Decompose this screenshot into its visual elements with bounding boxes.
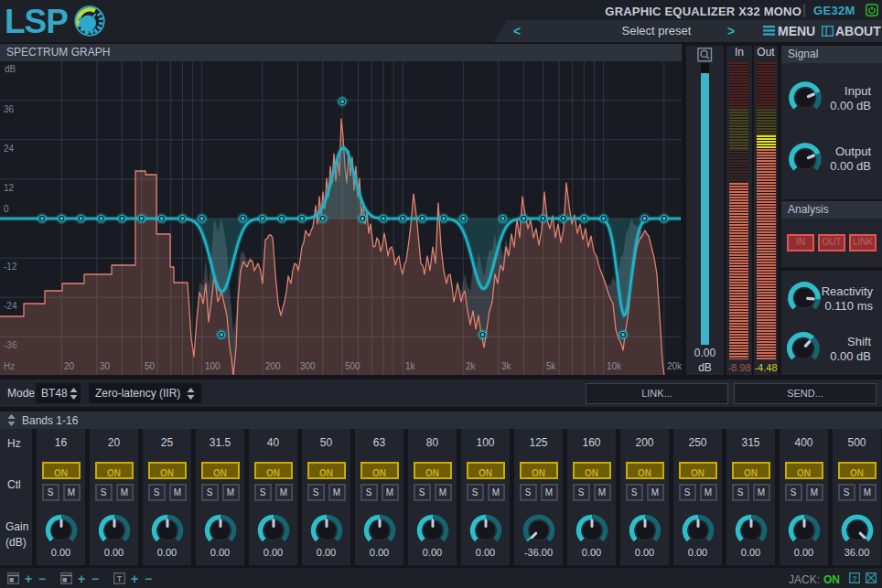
- svg-text:T: T: [117, 574, 123, 583]
- svg-text:20k: 20k: [667, 361, 682, 371]
- svg-text:-24: -24: [4, 301, 17, 311]
- svg-text:10k: 10k: [607, 361, 622, 371]
- svg-text:300: 300: [300, 361, 316, 371]
- svg-text:50: 50: [145, 361, 156, 371]
- svg-text:100: 100: [205, 361, 220, 371]
- svg-text:12: 12: [4, 183, 15, 193]
- svg-text:dB: dB: [5, 64, 16, 74]
- svg-text:0: 0: [4, 204, 9, 214]
- svg-text:1k: 1k: [405, 361, 416, 371]
- svg-text:24: 24: [4, 144, 15, 154]
- svg-text:?: ?: [852, 574, 857, 583]
- svg-text:500: 500: [345, 361, 360, 371]
- svg-text:20: 20: [64, 361, 75, 371]
- svg-text:2k: 2k: [466, 361, 477, 371]
- svg-text:200: 200: [265, 361, 281, 371]
- svg-text:-36: -36: [4, 340, 17, 350]
- svg-text:30: 30: [100, 361, 111, 371]
- svg-text:36: 36: [4, 104, 15, 114]
- svg-text:Hz: Hz: [4, 361, 15, 371]
- svg-text:3k: 3k: [501, 361, 512, 371]
- svg-text:-12: -12: [4, 262, 17, 272]
- svg-text:5k: 5k: [546, 361, 557, 371]
